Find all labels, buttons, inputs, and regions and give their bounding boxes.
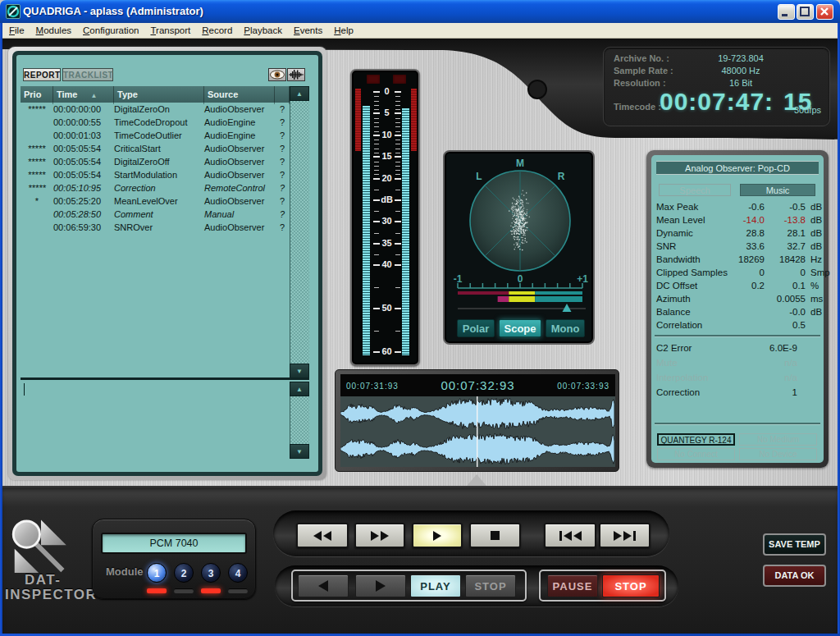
error-row: Muten/a [656, 358, 820, 371]
data-ok-button[interactable]: DATA OK [763, 565, 826, 587]
fps-label: 30dfps [794, 105, 821, 115]
comment-scroll-track[interactable] [290, 396, 309, 444]
column-header-prio[interactable]: Prio [21, 86, 53, 104]
menu-item-record[interactable]: Record [196, 23, 238, 37]
samplerate-label: Sample Rate : [614, 66, 673, 75]
logo-text-dat: DAT- [25, 572, 61, 588]
tab-report[interactable]: REPORT [23, 68, 61, 81]
window-border-left [0, 23, 2, 636]
stop-button[interactable] [469, 523, 521, 548]
comment-scroll-up[interactable]: ▲ [290, 382, 309, 396]
report-row[interactable]: 00:00:00:55TimeCodeDropoutAudioEngine? [21, 116, 290, 129]
waveform-position-marker[interactable] [467, 474, 486, 486]
report-row[interactable]: *****00:05:05:54StartModulationAudioObse… [21, 168, 290, 181]
device-status-quantegy-r-124[interactable]: QUANTEGY R-124 [657, 433, 735, 446]
meter-scale-label: 15 [377, 151, 397, 161]
skip-end-button[interactable] [599, 523, 651, 548]
error-row: Correction1 [656, 387, 820, 400]
column-header-source[interactable]: Source [204, 86, 275, 104]
menu-item-help[interactable]: Help [328, 23, 359, 37]
over-led-right [393, 75, 406, 84]
eye-icon-button[interactable] [268, 68, 286, 81]
module-led-4 [228, 588, 248, 593]
main-area: Archive No. :19-723.804 Sample Rate :480… [0, 39, 840, 486]
tab-tracklist[interactable]: TRACKLIST [62, 68, 113, 81]
menu-item-events[interactable]: Events [288, 23, 328, 37]
device-forward-button[interactable] [355, 574, 406, 597]
save-temp-button[interactable]: SAVE TEMP [763, 533, 826, 556]
measurement-row: Dynamic28.828.1dB [656, 228, 820, 241]
report-table-header[interactable]: PrioTime▲TypeSource [21, 86, 290, 103]
rewind-icon [313, 531, 322, 541]
device-status-no-connect[interactable]: No Connect [657, 448, 735, 460]
module-button-1[interactable]: 1 [147, 563, 167, 583]
play-icon [433, 531, 441, 541]
pause-button[interactable]: PAUSE [547, 574, 598, 597]
comment-scroll-down[interactable]: ▼ [290, 444, 309, 459]
column-header-type[interactable]: Type [114, 86, 204, 104]
device-play-button[interactable]: PLAY [410, 574, 461, 597]
text-caret [24, 383, 25, 396]
menu-item-playback[interactable]: Playback [238, 23, 288, 37]
report-row[interactable]: *****00:05:05:54CriticalStartAudioObserv… [21, 142, 290, 155]
device-stop-button[interactable]: STOP [465, 574, 516, 597]
observer-mode-speech[interactable]: Speech [659, 184, 731, 196]
menu-item-file[interactable]: File [3, 23, 30, 37]
menu-item-transport[interactable]: Transport [144, 23, 196, 37]
report-row[interactable]: 00:06:59:30SNROverAudioObserver? [21, 221, 290, 234]
measurement-row: Azimuth0.0055ms [656, 294, 820, 307]
column-header-flag[interactable] [275, 86, 290, 104]
skip-end-icon [614, 531, 622, 541]
measurement-row: DC Offset0.20.1% [656, 281, 820, 294]
fast-forward-icon [381, 531, 389, 541]
report-panel: REPORTTRACKLIST PrioTime▲TypeSource ****… [8, 47, 326, 480]
table-scroll-up[interactable]: ▲ [290, 86, 309, 101]
observer-title: Analog Observer: Pop-CD [656, 161, 819, 175]
column-header-time[interactable]: Time▲ [53, 86, 114, 104]
device-status-no-medium[interactable]: No Medium [739, 433, 817, 446]
rewind-button[interactable] [296, 523, 349, 548]
report-row[interactable]: *00:05:25:20MeanLevelOverAudioObserver? [21, 194, 290, 208]
svg-text:R: R [558, 171, 565, 182]
close-button[interactable] [816, 4, 833, 20]
svg-text:L: L [476, 171, 482, 182]
report-row[interactable]: 00:00:01:03TimeCodeOutlierAudioEngine? [21, 129, 290, 142]
skip-end-icon [633, 531, 636, 541]
table-scroll-down[interactable]: ▼ [290, 364, 309, 378]
waveform-display [340, 396, 615, 467]
module-button-2[interactable]: 2 [174, 563, 194, 583]
report-row[interactable]: *****00:05:05:54DigitalZeroOffAudioObser… [21, 155, 290, 168]
waveform-icon-button[interactable] [287, 68, 305, 81]
maximize-button[interactable] [797, 4, 814, 20]
skip-start-button[interactable] [544, 523, 596, 548]
over-led-left [367, 75, 380, 84]
fast-forward-button[interactable] [354, 523, 405, 548]
module-button-3[interactable]: 3 [201, 563, 221, 583]
level-bar-left [363, 106, 370, 355]
archive-value: 19-723.804 [687, 53, 794, 63]
report-row[interactable]: *****00:05:10:95CorrectionRemoteControl? [21, 181, 290, 194]
device-reverse-button[interactable] [298, 574, 349, 597]
minimize-button[interactable] [778, 4, 795, 20]
gonio-mode-mono[interactable]: Mono [546, 319, 585, 337]
play-button[interactable] [412, 523, 463, 548]
svg-text:M: M [516, 158, 524, 169]
gonio-mode-scope[interactable]: Scope [499, 319, 541, 337]
red-zone-right [411, 89, 417, 151]
report-row[interactable]: 00:05:28:50CommentManual? [21, 208, 290, 221]
observer-mode-music[interactable]: Music [740, 184, 815, 196]
module-button-4[interactable]: 4 [228, 563, 248, 583]
svg-text:-1: -1 [454, 273, 463, 285]
stop-button[interactable]: STOP [602, 574, 660, 597]
table-scroll-track[interactable] [290, 101, 309, 364]
archive-label: Archive No. : [614, 53, 669, 63]
device-status-no-device[interactable]: No Device [739, 448, 817, 460]
goniometer-panel: MLR-10+1 PolarScopeMono [443, 150, 595, 345]
report-row[interactable]: *****00:00:00:00DigitalZeroOnAudioObserv… [21, 103, 290, 116]
menu-item-configuration[interactable]: Configuration [77, 23, 144, 37]
app-logo-icon [6, 4, 21, 19]
error-row: Interpolationn/a [656, 373, 820, 386]
gonio-mode-polar[interactable]: Polar [457, 319, 495, 337]
comment-input[interactable] [21, 380, 290, 460]
menu-item-modules[interactable]: Modules [30, 23, 77, 37]
